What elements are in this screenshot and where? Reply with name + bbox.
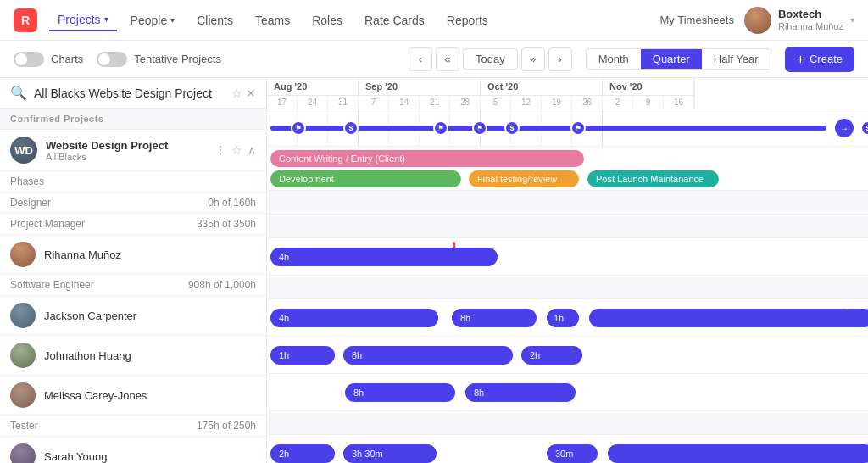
project-name: Website Design Project xyxy=(46,139,206,152)
sarah-bar1: 2h xyxy=(270,444,335,463)
gantt-area[interactable]: Aug '20 17 24 31 Sep '20 7 14 21 28 xyxy=(267,78,868,463)
person-name: Melissa Carey-Jones xyxy=(44,389,256,402)
clear-search-button[interactable]: ✕ xyxy=(246,86,256,100)
gantt-header: Aug '20 17 24 31 Sep '20 7 14 21 28 xyxy=(267,78,868,109)
jackson-bar1: 4h xyxy=(270,309,438,327)
sarah-bar3: 30m xyxy=(547,444,598,463)
melissa-bar1: 8h xyxy=(345,383,455,402)
designer-role-row: Designer 0h of 160h xyxy=(0,192,266,214)
milestone-dollar: $ xyxy=(504,120,520,136)
tentative-toggle-wrap: Tentative Projects xyxy=(97,52,221,67)
next-next-button[interactable]: » xyxy=(521,47,545,71)
sep-label: Sep '20 xyxy=(359,78,480,96)
phase-bar-launch: Post Launch Maintanance xyxy=(587,170,719,187)
oct-label: Oct '20 xyxy=(481,78,602,96)
jackson-gantt-row: 4h 8h 1h xyxy=(267,299,868,337)
nav-reports[interactable]: Reports xyxy=(438,10,497,31)
charts-toggle-wrap: Charts xyxy=(14,52,83,67)
next-button[interactable]: › xyxy=(548,47,572,71)
nav-ratecards[interactable]: Rate Cards xyxy=(356,10,433,31)
create-button[interactable]: + Create xyxy=(785,47,854,72)
top-nav: R Projects ▾ People ▾ Clients Teams Role… xyxy=(0,0,868,41)
melissa-bar2: 8h xyxy=(465,383,576,402)
gantt-day: 19 xyxy=(542,96,572,109)
project-timeline-row: ⚑ $ ⚑ ⚑ $ ⚑ → $ xyxy=(267,109,868,147)
nov-label: Nov '20 xyxy=(603,78,693,96)
nav-teams[interactable]: Teams xyxy=(247,10,298,31)
halfyear-period-button[interactable]: Half Year xyxy=(702,49,771,69)
search-icon: 🔍 xyxy=(10,85,27,101)
sarah-bar4 xyxy=(608,444,868,463)
list-item: Rihanna Muñoz xyxy=(0,235,266,275)
se-role-row: Software Engineer 908h of 1,000h xyxy=(0,275,266,296)
list-item: Sarah Young xyxy=(0,437,266,463)
gantt-day: 9 xyxy=(633,96,664,109)
gantt-day: 26 xyxy=(572,96,603,109)
gantt-day: 12 xyxy=(511,96,542,109)
user-menu[interactable]: Boxtech Rihanna Muñoz ▾ xyxy=(744,7,854,34)
gantt-day: 21 xyxy=(420,96,450,109)
project-collapse-button[interactable]: ∧ xyxy=(248,143,256,157)
gantt-day: 7 xyxy=(359,96,389,109)
nav-clients[interactable]: Clients xyxy=(188,10,242,31)
confirmed-projects-label: Confirmed Projects xyxy=(0,109,266,130)
gantt-day: 28 xyxy=(450,96,481,109)
tester-hours: 175h of 250h xyxy=(197,420,256,432)
avatar xyxy=(10,382,36,408)
se-gantt-row xyxy=(267,276,868,299)
search-input[interactable] xyxy=(34,86,225,100)
designer-gantt-row xyxy=(267,191,868,215)
designer-label: Designer xyxy=(10,197,208,209)
phases-label: Phases xyxy=(10,176,256,187)
se-label: Software Engineer xyxy=(10,279,188,291)
project-menu-button[interactable]: ⋮ xyxy=(214,143,226,157)
gantt-month-oct: Oct '20 5 12 19 26 xyxy=(481,78,603,109)
user-menu-chevron-icon: ▾ xyxy=(850,15,854,25)
plus-icon: + xyxy=(797,52,804,67)
milestone: ⚑ xyxy=(570,120,586,136)
charts-toggle[interactable] xyxy=(14,52,44,67)
se-hours: 908h of 1,000h xyxy=(188,279,256,291)
project-client: All Blacks xyxy=(46,152,206,162)
avatar xyxy=(744,7,771,34)
star-button[interactable]: ☆ xyxy=(231,86,242,100)
gantt-day: 17 xyxy=(267,96,298,109)
nav-roles[interactable]: Roles xyxy=(303,10,351,31)
milestone-dollar: $ xyxy=(343,120,359,136)
charts-label: Charts xyxy=(51,53,83,65)
phases-row: Content Writing / Entry (Client) Develop… xyxy=(267,147,868,191)
people-chevron-icon: ▾ xyxy=(170,15,175,25)
list-item: Melissa Carey-Jones xyxy=(0,376,266,416)
rihanna-bar: 4h xyxy=(270,248,498,266)
list-item: Jackson Carpenter xyxy=(0,296,266,336)
end-marker: → xyxy=(835,119,854,137)
prev-button[interactable]: ‹ xyxy=(409,47,432,71)
nav-people[interactable]: People ▾ xyxy=(122,10,184,31)
search-bar: 🔍 ☆ ✕ xyxy=(0,78,266,109)
pm-role-row: Project Manager 335h of 350h xyxy=(0,214,266,235)
phase-bar-dev: Development xyxy=(270,170,461,187)
designer-hours: 0h of 160h xyxy=(208,197,256,209)
date-nav-arrows: ‹ « Today » › xyxy=(409,47,572,71)
tentative-toggle[interactable] xyxy=(97,52,127,67)
nav-projects[interactable]: Projects ▾ xyxy=(49,9,117,31)
quarter-period-button[interactable]: Quarter xyxy=(641,49,702,69)
phase-bar-test: Final testing/review xyxy=(469,170,579,187)
month-period-button[interactable]: Month xyxy=(587,49,641,69)
project-star-button[interactable]: ☆ xyxy=(231,143,242,157)
tentative-toggle-knob xyxy=(98,53,110,65)
avatar xyxy=(10,303,36,328)
red-mark xyxy=(846,309,849,310)
avatar xyxy=(10,242,36,267)
main-content: 🔍 ☆ ✕ Confirmed Projects WD Website Desi… xyxy=(0,78,868,463)
sarah-bar2: 3h 30m xyxy=(343,444,437,463)
left-panel: 🔍 ☆ ✕ Confirmed Projects WD Website Desi… xyxy=(0,78,267,463)
gantt-day: 16 xyxy=(664,96,694,109)
today-button[interactable]: Today xyxy=(463,48,518,70)
gantt-day: 31 xyxy=(328,96,359,109)
my-timesheets-link[interactable]: My Timesheets xyxy=(660,14,734,26)
sarah-gantt-row: 2h 3h 30m 30m xyxy=(267,435,868,463)
prev-prev-button[interactable]: « xyxy=(436,47,459,71)
red-mark xyxy=(453,242,455,248)
jackson-bar4 xyxy=(589,309,868,327)
